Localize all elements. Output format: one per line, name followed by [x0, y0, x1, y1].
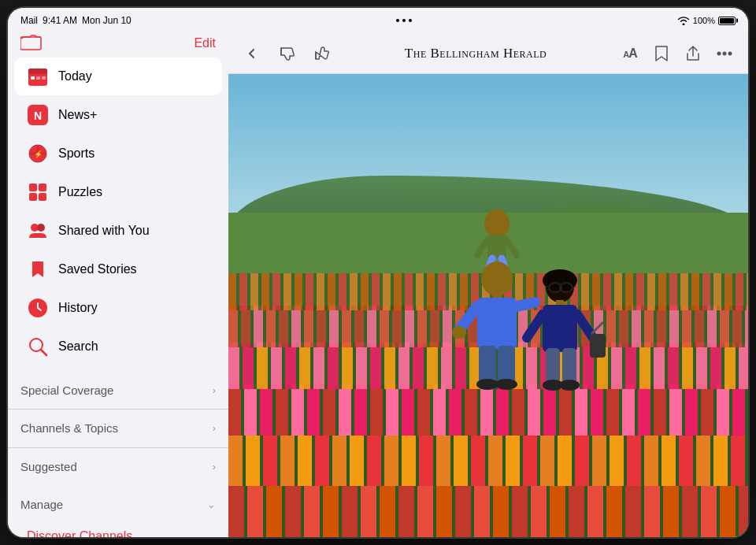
- status-left: Mail 9:41 AM Mon Jun 10: [20, 15, 132, 26]
- sidebar-toolbar: Edit: [8, 33, 228, 54]
- edit-button[interactable]: Edit: [194, 36, 216, 50]
- sidebar-item-saved[interactable]: Saved Stories: [14, 250, 222, 288]
- svg-line-52: [591, 322, 603, 334]
- svg-rect-51: [590, 334, 606, 358]
- suggested-chevron: ›: [213, 461, 216, 473]
- sidebar-item-today[interactable]: Today: [14, 57, 222, 95]
- svg-line-39: [517, 302, 535, 306]
- back-button[interactable]: [238, 39, 266, 68]
- manage-items: Discover Channels Notifications & Email …: [8, 519, 228, 537]
- svg-line-38: [459, 306, 477, 330]
- sports-icon: ⚡: [27, 143, 49, 165]
- status-date: Mon Jun 10: [82, 15, 132, 26]
- svg-line-50: [577, 314, 593, 338]
- svg-rect-12: [29, 184, 37, 191]
- sidebar-item-search[interactable]: Search: [14, 328, 222, 365]
- article-nav-group: [238, 39, 335, 68]
- svg-line-23: [41, 350, 46, 355]
- status-time: 9:41 AM: [43, 15, 77, 26]
- svg-point-40: [452, 326, 466, 339]
- shared-icon: [27, 220, 49, 242]
- discover-channels-item[interactable]: Discover Channels: [14, 519, 222, 537]
- photo-scene: [228, 74, 748, 537]
- svg-line-31: [477, 239, 487, 255]
- article-title-bar: The Bellingham Herald: [335, 46, 616, 61]
- svg-point-26: [717, 51, 721, 55]
- svg-text:N: N: [34, 109, 42, 122]
- svg-rect-13: [39, 184, 46, 191]
- publication-title: The Bellingham Herald: [405, 46, 547, 61]
- sidebar-item-history[interactable]: History: [14, 289, 222, 327]
- separator-3: [8, 447, 228, 448]
- sidebar-item-newsplus[interactable]: N News+: [14, 96, 222, 134]
- manage-label: Manage: [20, 498, 63, 511]
- search-label: Search: [58, 339, 98, 354]
- sidebar-item-shared[interactable]: Shared with You: [14, 212, 222, 250]
- status-dot-3: [409, 19, 412, 22]
- sidebar-folder-icon[interactable]: [20, 33, 43, 54]
- special-coverage-chevron: ›: [213, 384, 216, 396]
- newsplus-label: News+: [58, 108, 97, 122]
- status-center: [396, 19, 412, 22]
- svg-point-56: [559, 380, 580, 391]
- puzzles-label: Puzzles: [58, 185, 102, 199]
- more-button[interactable]: [710, 39, 739, 68]
- suggested-label: Suggested: [20, 460, 77, 473]
- saved-icon: [27, 258, 49, 280]
- shared-label: Shared with You: [58, 224, 150, 238]
- main-area: Edit Today: [8, 33, 748, 537]
- status-dot-1: [396, 19, 399, 22]
- svg-rect-0: [20, 37, 41, 50]
- svg-point-44: [495, 379, 517, 390]
- wifi-icon: [677, 16, 690, 25]
- manage-section: Manage ⌄ Discover Channels Notifications…: [8, 487, 228, 537]
- sports-label: Sports: [58, 146, 94, 161]
- today-icon: [27, 65, 49, 87]
- special-coverage-header[interactable]: Special Coverage ›: [8, 373, 228, 407]
- status-bar: Mail 9:41 AM Mon Jun 10 100%: [8, 8, 748, 33]
- svg-text:⚡: ⚡: [34, 150, 43, 159]
- dislike-button[interactable]: [272, 39, 301, 68]
- manage-chevron-icon: ⌄: [207, 499, 216, 510]
- expandable-sections: Special Coverage › Channels & Topics › S…: [8, 373, 228, 484]
- newsplus-icon: N: [27, 104, 49, 126]
- svg-point-28: [728, 51, 732, 55]
- article-photo: [228, 74, 748, 537]
- sidebar-item-puzzles[interactable]: Puzzles: [14, 173, 222, 211]
- article-toolbar: The Bellingham Herald AA: [228, 33, 748, 74]
- svg-rect-15: [39, 193, 46, 201]
- like-button[interactable]: [307, 39, 335, 68]
- history-label: History: [58, 301, 98, 315]
- channels-topics-header[interactable]: Channels & Topics ›: [8, 411, 228, 446]
- channels-topics-chevron: ›: [213, 422, 216, 434]
- text-size-button[interactable]: AA: [616, 39, 644, 68]
- svg-line-32: [506, 239, 517, 255]
- svg-point-43: [476, 379, 498, 390]
- aa-icon: AA: [623, 46, 637, 61]
- svg-point-17: [37, 224, 45, 232]
- share-button[interactable]: [679, 39, 707, 68]
- nav-section: Today N News+: [8, 54, 228, 369]
- svg-rect-6: [42, 76, 46, 80]
- puzzles-icon: [27, 181, 49, 203]
- svg-rect-3: [28, 72, 47, 74]
- search-icon: [27, 336, 49, 358]
- sidebar-item-sports[interactable]: ⚡ Sports: [14, 135, 222, 172]
- svg-rect-48: [543, 305, 577, 352]
- suggested-header[interactable]: Suggested ›: [8, 449, 228, 484]
- svg-line-49: [527, 314, 543, 338]
- saved-label: Saved Stories: [58, 262, 137, 276]
- discover-channels-label: Discover Channels: [27, 529, 132, 537]
- status-app: Mail: [20, 15, 38, 26]
- svg-rect-14: [29, 193, 37, 201]
- bookmark-button[interactable]: [647, 39, 676, 68]
- manage-header[interactable]: Manage ⌄: [8, 490, 228, 519]
- svg-rect-37: [477, 298, 517, 349]
- battery-fill: [720, 18, 734, 24]
- separator-2: [8, 409, 228, 410]
- people-svg: [395, 192, 631, 444]
- tulip-row-1: [228, 481, 748, 537]
- svg-rect-4: [31, 76, 35, 80]
- article-area: The Bellingham Herald AA: [228, 33, 748, 537]
- status-right: 100%: [677, 16, 736, 25]
